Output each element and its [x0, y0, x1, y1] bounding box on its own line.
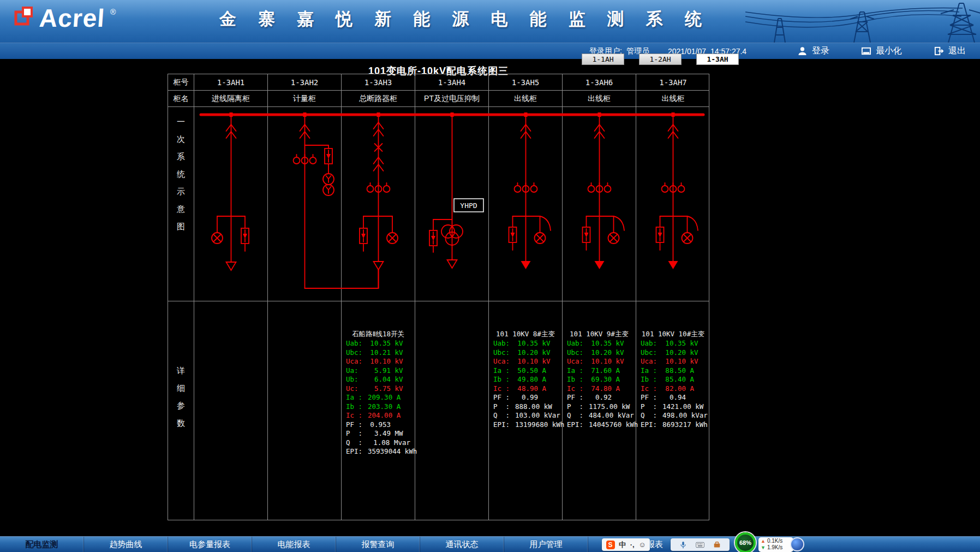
- param-value: 10.10: [662, 357, 686, 366]
- param-row: Ia :209.30 A: [346, 393, 410, 402]
- param-value: 204.00: [368, 411, 392, 420]
- params-cell-1-3AH2: [268, 301, 342, 520]
- param-unit: kVar: [540, 411, 560, 420]
- taskbar-item-6[interactable]: 通讯状态: [420, 537, 504, 552]
- system-title: 金寨嘉悦新能源电能监测系统: [219, 8, 702, 31]
- cabinet-name-1-3AH4: PT及过电压抑制: [415, 91, 489, 106]
- system-diagram-table: 柜号 1-3AH11-3AH21-3AH31-3AH41-3AH51-3AH61…: [168, 74, 709, 520]
- download-icon: ▼: [761, 544, 766, 551]
- taskbar-item-1[interactable]: 配电监测: [0, 537, 84, 552]
- tab-1-1AH[interactable]: 1-1AH: [582, 54, 624, 65]
- param-row: Ubc:10.20 kV: [567, 348, 631, 358]
- params-title: 101 10KV 9#主变: [567, 329, 631, 339]
- params-cell-1-3AH3: 石船路Ⅱ线18开关Uab:10.35 kVUbc:10.21 kVUca:10.…: [342, 301, 415, 520]
- param-row: Uca:10.10 kV: [493, 357, 558, 366]
- param-label: Ic :: [641, 384, 662, 394]
- param-row: Ia :71.60 A: [567, 366, 631, 376]
- cabinet-id-1-3AH6: 1-3AH6: [563, 74, 636, 90]
- title-char: 寨: [258, 8, 275, 31]
- param-unit: A: [392, 393, 412, 402]
- ime-bar: S中·,☺: [602, 538, 650, 551]
- battery-gauge[interactable]: 68%: [735, 532, 756, 552]
- param-label: Uab:: [641, 339, 662, 348]
- param-label: P :: [567, 402, 589, 412]
- taskbar-item-3[interactable]: 电参量报表: [168, 537, 252, 552]
- punctuation-icon[interactable]: ·,: [630, 541, 635, 549]
- param-value: 484.00: [589, 411, 613, 420]
- taskbar-item-5[interactable]: 报警查询: [336, 537, 420, 552]
- vlabel-char: 意: [177, 204, 185, 215]
- sogou-s-icon[interactable]: S: [606, 541, 615, 549]
- lang-zh-icon[interactable]: 中: [619, 540, 626, 550]
- param-value: 74.80: [589, 384, 612, 394]
- param-unit: kV: [686, 339, 706, 348]
- param-unit: kV: [391, 375, 410, 384]
- cabinet-id-row-label: 柜号: [168, 74, 194, 90]
- microphone-icon[interactable]: [679, 541, 688, 549]
- minimize-button-label: 最小化: [876, 45, 902, 57]
- emoticon-icon[interactable]: ☺: [638, 541, 646, 549]
- param-unit: Mvar: [390, 438, 410, 448]
- tab-1-3AH[interactable]: 1-3AH: [696, 54, 739, 65]
- param-value: 8693217: [662, 420, 691, 430]
- login-button[interactable]: 登录: [797, 45, 829, 57]
- param-unit: kV: [391, 348, 410, 358]
- params-cell-1-3AH7: 101 10KV 10#主变Uab:10.35 kVUbc:10.20 kVUc…: [636, 301, 710, 520]
- params-row-label: 详细参数: [168, 301, 194, 520]
- param-unit: A: [686, 366, 706, 376]
- taskbar-item-7[interactable]: 用户管理: [504, 537, 588, 552]
- title-char: 能: [413, 8, 430, 31]
- params-row: 详细参数 石船路Ⅱ线18开关Uab:10.35 kVUbc:10.21 kVUc…: [168, 301, 709, 520]
- logo-text: Acrel: [38, 7, 105, 31]
- param-value: 50.50: [515, 366, 538, 376]
- vlabel-char: 细: [177, 383, 185, 394]
- param-row: Ib :203.30 A: [346, 402, 410, 412]
- param-unit: A: [612, 384, 631, 394]
- param-row: EPI:8693217 kWh: [641, 420, 706, 430]
- param-unit: kV: [391, 366, 410, 376]
- param-row: Ub:6.04 kV: [346, 375, 410, 384]
- diagram-feeder-1: [509, 115, 551, 269]
- param-unit: A: [686, 384, 706, 394]
- transmission-towers-art: [745, 0, 980, 43]
- param-unit: A: [392, 402, 412, 412]
- param-unit: kW: [691, 402, 711, 412]
- toolbox-icon[interactable]: [713, 541, 721, 549]
- single-line-diagram: YHPD: [194, 107, 710, 301]
- keyboard-icon[interactable]: [696, 541, 704, 549]
- cabinet-name-row: 柜名 进线隔离柜计量柜总断路器柜PT及过电压抑制出线柜出线柜出线柜: [168, 91, 709, 107]
- param-unit: kV: [391, 339, 410, 348]
- param-value: 71.60: [589, 366, 612, 376]
- diagram-incoming-isolation: [212, 115, 249, 270]
- param-unit: A: [612, 366, 631, 376]
- exit-button[interactable]: 退出: [934, 45, 966, 57]
- taskbar-item-4[interactable]: 电能报表: [252, 537, 336, 552]
- upload-icon: ▲: [761, 538, 766, 544]
- param-label: Uca:: [493, 357, 515, 366]
- floating-ball-icon[interactable]: [790, 537, 804, 551]
- network-speed-widget[interactable]: ▲ 0.1K/s ▼ 1.9K/s: [758, 537, 793, 552]
- param-unit: kV: [391, 357, 410, 366]
- param-unit: kVar: [613, 411, 634, 420]
- params-title: 101 10KV 10#主变: [641, 329, 706, 339]
- cabinet-id-row: 柜号 1-3AH11-3AH21-3AH31-3AH41-3AH51-3AH61…: [168, 74, 709, 91]
- param-row: P :888.00 kW: [493, 402, 558, 412]
- param-label: Ia :: [567, 366, 589, 376]
- title-char: 悦: [336, 8, 352, 31]
- param-label: Ib :: [567, 375, 589, 384]
- vlabel-char: 数: [177, 418, 185, 429]
- param-value: 14045760: [589, 420, 622, 430]
- cabinet-id-1-3AH3: 1-3AH3: [342, 74, 415, 90]
- diagram-row: 一次系统示意图: [168, 107, 709, 301]
- param-value: 1.08: [368, 438, 390, 448]
- param-label: PF :: [493, 393, 515, 402]
- taskbar-item-2[interactable]: 趋势曲线: [84, 537, 168, 552]
- minimize-button[interactable]: 最小化: [861, 45, 902, 57]
- param-unit: kWh: [691, 420, 711, 430]
- status-bar: 登录用户: 管理员 2021/01/07 14:57:27.4 登录 最小化: [0, 43, 980, 59]
- tab-1-2AH[interactable]: 1-2AH: [639, 54, 682, 65]
- param-row: PF :0.953: [346, 420, 410, 430]
- param-row: Q :103.00 kVar: [493, 411, 558, 420]
- param-label: Ub:: [346, 375, 368, 384]
- param-value: 10.35: [368, 339, 391, 348]
